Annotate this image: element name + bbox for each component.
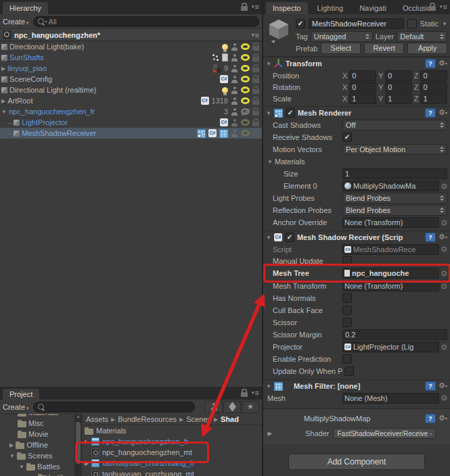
cull-back-face-checkbox[interactable]	[342, 306, 352, 315]
tag-dropdown[interactable]: Untagged	[311, 31, 373, 42]
hierarchy-row-directional-light-realtime[interactable]: Directional Light (realtime)	[0, 85, 262, 95]
gear-icon[interactable]: ⚙▾	[438, 414, 447, 423]
element0-object-field[interactable]: MultiplyShadowMa	[342, 181, 439, 191]
favorites-button[interactable]: ★	[242, 401, 259, 413]
shader-dropdown[interactable]: FastShadowReceiver/Receive▾	[333, 428, 436, 439]
motion-vectors-dropdown[interactable]: Per Object Motion	[342, 144, 447, 155]
hierarchy-search-input[interactable]: ▾ All	[33, 16, 259, 27]
static-checkbox[interactable]	[407, 19, 417, 28]
gameobject-big-cube-icon[interactable]	[267, 18, 290, 45]
lock-icon[interactable]	[252, 78, 259, 83]
materials-size-field[interactable]: 1	[342, 168, 447, 179]
tab-hierarchy[interactable]: Hierarchy	[3, 2, 48, 14]
component-title[interactable]: Mesh Shadow Receiver (Scrip	[297, 233, 422, 241]
visibility-eye-icon[interactable]	[241, 130, 250, 137]
help-icon[interactable]: ?	[425, 59, 436, 68]
object-picker-icon[interactable]: ⊙	[441, 182, 447, 191]
gear-icon[interactable]: ⚙▾	[438, 60, 447, 68]
hierarchy-row-npc-hanguochengzhen-fr[interactable]: ▼ npc_hanguochengzhen_fr 3	[0, 106, 262, 117]
static-dropdown-icon[interactable]: ▼	[442, 21, 447, 27]
file-row-taohuayuan-chunzhuang-fr[interactable]: ▶ taohuayuan_chunzhuang_fr	[82, 458, 262, 469]
scene-menu-icon[interactable]: ▾≡	[252, 31, 259, 39]
hierarchy-row-directional-light-bake[interactable]: Directional Light(bake)	[0, 41, 262, 52]
panel-lock-icon[interactable]	[241, 6, 248, 11]
enable-prediction-checkbox[interactable]	[342, 354, 352, 364]
visibility-eye-off-icon[interactable]	[241, 108, 250, 115]
hierarchy-row-lightprojector[interactable]: – LightProjector C#	[0, 117, 262, 128]
inspector-lock-icon[interactable]	[429, 6, 436, 11]
lock-icon[interactable]	[252, 68, 259, 72]
expand-arrow-icon[interactable]: ▶	[9, 442, 14, 448]
expand-arrow-icon[interactable]: ▶	[85, 460, 89, 467]
breadcrumb-current[interactable]: Shad	[221, 415, 239, 423]
anchor-override-object-field[interactable]: None (Transform)	[342, 217, 439, 228]
create-button[interactable]: Create▾	[3, 403, 29, 411]
visibility-eye-icon[interactable]	[241, 54, 250, 61]
scroll-up-arrow-icon[interactable]: ▲	[74, 414, 82, 419]
add-component-button[interactable]: Add Component	[288, 454, 425, 470]
visibility-eye-icon[interactable]	[241, 97, 250, 104]
layer-dropdown[interactable]: Default	[397, 31, 447, 42]
help-icon[interactable]: ?	[425, 108, 436, 118]
foldout-arrow-icon[interactable]: ▼	[266, 110, 271, 116]
scrollbar-thumb[interactable]	[76, 422, 81, 464]
create-button[interactable]: Create▾	[3, 18, 29, 26]
expand-arrow-icon[interactable]: ▶	[1, 66, 5, 72]
tab-navigation[interactable]: Navigati	[353, 2, 393, 14]
gear-icon[interactable]: ⚙▾	[438, 233, 447, 241]
breadcrumb-scenes[interactable]: Scenes	[186, 415, 211, 423]
scale-z-field[interactable]: 1	[420, 93, 447, 104]
help-icon[interactable]: ?	[425, 414, 436, 423]
object-picker-icon[interactable]: ⊙	[441, 218, 447, 227]
visibility-eye-icon[interactable]	[241, 119, 250, 126]
position-z-field[interactable]: 0	[420, 70, 447, 81]
position-x-field[interactable]: 0	[349, 70, 376, 81]
panel-lock-icon[interactable]	[241, 392, 248, 397]
scale-x-field[interactable]: 1	[349, 93, 376, 104]
foldout-arrow-icon[interactable]: ▼	[266, 383, 271, 389]
visibility-eye-icon[interactable]	[241, 65, 250, 72]
file-row-materials[interactable]: Materials	[82, 425, 262, 436]
tree-item-misc[interactable]: Misc	[0, 418, 74, 429]
update-only-checkbox[interactable]	[344, 366, 354, 376]
collapse-arrow-icon[interactable]: ▼	[19, 464, 24, 470]
file-row-npc-hanguochengzhen-mt[interactable]: npc_hanguochengzhen_mt	[82, 447, 262, 458]
cast-shadows-dropdown[interactable]: Off	[342, 120, 447, 130]
breadcrumb-bundleresources[interactable]: BundleResources	[118, 415, 177, 423]
scissor-checkbox[interactable]	[342, 318, 352, 327]
object-picker-icon[interactable]: ⊙	[441, 282, 447, 291]
hierarchy-row-sunshafts[interactable]: SunShafts	[0, 52, 262, 63]
tree-item-movie[interactable]: Movie	[0, 429, 74, 439]
lock-icon[interactable]	[252, 57, 259, 62]
foldout-arrow-icon[interactable]: ▼	[266, 235, 271, 241]
collab-filter-button[interactable]	[205, 401, 223, 413]
component-title[interactable]: Mesh Filter: [none]	[286, 382, 422, 390]
tree-scrollbar[interactable]: ▲	[74, 414, 82, 476]
mesh-transform-object-field[interactable]: None (Transform)	[342, 281, 439, 291]
lock-icon[interactable]	[252, 46, 259, 51]
light-probes-dropdown[interactable]: Blend Probes	[342, 193, 447, 204]
collapse-arrow-icon[interactable]: ▼	[1, 109, 7, 115]
lock-icon[interactable]	[252, 100, 259, 105]
mesh-object-field[interactable]: None (Mesh)	[342, 393, 439, 404]
object-picker-icon[interactable]: ⊙	[441, 394, 447, 402]
reflection-probes-dropdown[interactable]: Blend Probes	[342, 205, 447, 216]
file-row-npc-hanguochengzhen-fr[interactable]: ▶ npc_hanguochengzhen_fr	[82, 436, 262, 447]
panel-menu-icon[interactable]: ▾≡	[252, 389, 259, 397]
hierarchy-row-sceneconfig[interactable]: SceneConfig C#	[0, 74, 262, 85]
rotation-z-field[interactable]: 0	[420, 82, 447, 93]
tree-item-scenes[interactable]: ▼ Scenes	[0, 450, 74, 461]
hierarchy-row-artroot[interactable]: ▶ ArtRoot C# 1318	[0, 95, 262, 106]
inspector-menu-icon[interactable]: ▾≡	[440, 3, 447, 11]
collapse-arrow-icon[interactable]: ▼	[9, 453, 15, 459]
has-normals-checkbox[interactable]	[342, 293, 352, 303]
lock-icon[interactable]	[252, 111, 259, 116]
gear-icon[interactable]: ⚙▾	[438, 382, 447, 390]
rotation-y-field[interactable]: 0	[385, 82, 412, 93]
receive-shadows-checkbox[interactable]: ✓	[342, 133, 352, 142]
tab-lighting[interactable]: Lighting	[311, 2, 351, 14]
visibility-eye-icon[interactable]	[241, 43, 250, 50]
component-title[interactable]: Transform	[286, 60, 422, 68]
hierarchy-row-meshshadowreceiver[interactable]: – MeshShadowReceiver C#	[0, 128, 262, 139]
foldout-arrow-icon[interactable]: ▼	[266, 61, 271, 67]
